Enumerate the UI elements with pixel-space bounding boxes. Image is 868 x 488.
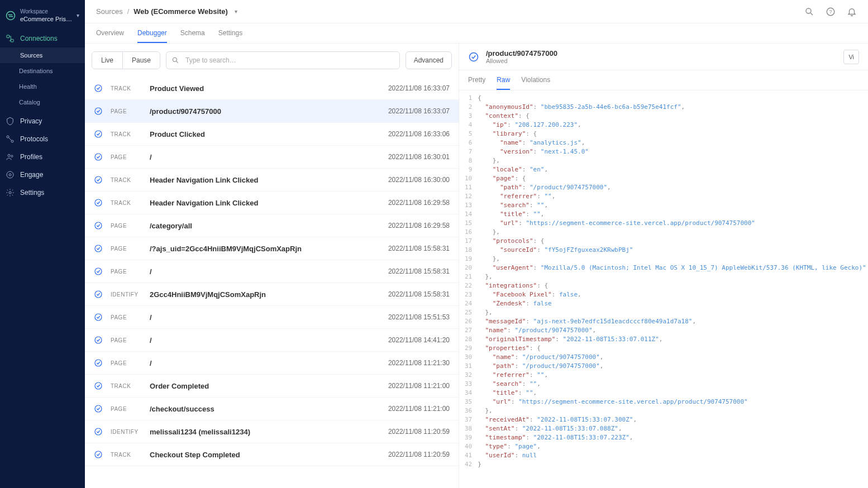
bell-icon[interactable]	[847, 7, 857, 17]
dtab-pretty[interactable]: Pretty	[468, 70, 485, 90]
sidebar-item-connections[interactable]: Connections	[0, 30, 85, 47]
sidebar-sub-sources[interactable]: Sources	[0, 47, 85, 63]
tab-debugger[interactable]: Debugger	[137, 23, 167, 43]
event-name: /	[150, 153, 380, 161]
event-name: melissali1234 (melissali1234)	[150, 428, 380, 436]
event-row[interactable]: PAGE/checkout/success2022/11/08 11:21:00	[85, 398, 459, 420]
svg-point-18	[95, 176, 102, 183]
event-type: PAGE	[111, 246, 142, 252]
sidebar-item-profiles[interactable]: Profiles	[0, 148, 85, 166]
event-row[interactable]: TRACKProduct Viewed2022/11/08 16:33:07	[85, 77, 459, 100]
event-row[interactable]: PAGE/2022/11/08 11:21:30	[85, 352, 459, 375]
event-row[interactable]: PAGE/?ajs_uid=2Gcc4HniiBM9VjMqjCSomXapRj…	[85, 237, 459, 260]
event-type: PAGE	[111, 314, 142, 320]
profiles-icon	[6, 152, 15, 161]
sidebar-sub-catalog[interactable]: Catalog	[0, 94, 85, 110]
event-type: PAGE	[111, 108, 142, 114]
search-input[interactable]	[166, 51, 400, 69]
event-row[interactable]: TRACKOrder Completed2022/11/08 11:21:00	[85, 375, 459, 398]
svg-text:?: ?	[829, 9, 832, 15]
dtab-raw[interactable]: Raw	[497, 70, 510, 90]
sidebar-item-engage[interactable]: Engage	[0, 166, 85, 184]
privacy-icon	[6, 117, 15, 126]
event-row[interactable]: PAGE/2022/11/08 15:58:31	[85, 260, 459, 283]
event-type: PAGE	[111, 406, 142, 412]
check-circle-icon	[94, 107, 103, 116]
event-type: IDENTIFY	[111, 429, 142, 435]
event-row[interactable]: PAGE/category/all2022/11/08 16:29:58	[85, 214, 459, 237]
event-type: PAGE	[111, 360, 142, 366]
event-row[interactable]: PAGE/2022/11/08 15:51:53	[85, 306, 459, 329]
event-time: 2022/11/08 15:58:31	[388, 290, 450, 298]
event-row[interactable]: IDENTIFYmelissali1234 (melissali1234)202…	[85, 420, 459, 443]
help-icon[interactable]: ?	[826, 7, 836, 17]
event-row[interactable]: TRACKHeader Navigation Link Clicked2022/…	[85, 192, 459, 214]
workspace-info: Workspace eCommerce Pristi…	[20, 8, 72, 23]
event-time: 2022/11/08 11:21:00	[388, 405, 450, 413]
event-row[interactable]: TRACKProduct Clicked2022/11/08 16:33:06	[85, 123, 459, 146]
event-type: TRACK	[111, 200, 142, 206]
gear-icon	[6, 188, 15, 197]
event-row[interactable]: TRACKHeader Navigation Link Clicked2022/…	[85, 169, 459, 192]
tab-schema[interactable]: Schema	[180, 23, 205, 43]
event-list[interactable]: TRACKProduct Viewed2022/11/08 16:33:07PA…	[85, 77, 459, 488]
workspace-switcher[interactable]: Workspace eCommerce Pristi… ▾	[0, 4, 85, 30]
svg-point-6	[11, 155, 13, 157]
check-circle-icon	[468, 51, 479, 63]
event-type: PAGE	[111, 337, 142, 343]
sidebar-item-label: Profiles	[20, 153, 42, 161]
event-time: 2022/11/08 16:29:58	[388, 199, 450, 207]
check-circle-icon	[94, 130, 103, 138]
view-button[interactable]: Vi	[843, 50, 859, 64]
event-time: 2022/11/08 11:20:59	[388, 451, 450, 458]
event-time: 2022/11/08 16:30:01	[388, 153, 450, 161]
sidebar-item-settings[interactable]: Settings	[0, 184, 85, 202]
workspace-name: eCommerce Pristi…	[20, 15, 72, 23]
event-type: TRACK	[111, 452, 142, 458]
sidebar: Workspace eCommerce Pristi… ▾ Connection…	[0, 0, 85, 488]
advanced-button[interactable]: Advanced	[406, 51, 452, 69]
main: Sources / Web (ECommerce Website) ▾ ? Ov…	[85, 0, 868, 488]
event-row[interactable]: IDENTIFY2Gcc4HniiBM9VjMqjCSomXapRjn2022/…	[85, 283, 459, 306]
chevron-down-icon[interactable]: ▾	[235, 8, 237, 15]
event-name: Checkout Step Completed	[150, 451, 380, 459]
event-name: /?ajs_uid=2Gcc4HniiBM9VjMqjCSomXapRjn	[150, 245, 380, 253]
check-circle-icon	[94, 427, 103, 436]
sidebar-item-label: Engage	[20, 171, 43, 179]
sidebar-item-privacy[interactable]: Privacy	[0, 112, 85, 130]
search-icon[interactable]	[804, 7, 814, 17]
event-type: PAGE	[111, 154, 142, 160]
event-name: /checkout/success	[150, 405, 380, 413]
check-circle-icon	[94, 198, 103, 207]
breadcrumb-current[interactable]: Web (ECommerce Website)	[133, 7, 228, 16]
sidebar-sub-destinations[interactable]: Destinations	[0, 63, 85, 79]
svg-point-30	[95, 451, 102, 458]
breadcrumb: Sources / Web (ECommerce Website) ▾	[96, 7, 237, 16]
event-row[interactable]: TRACKCheckout Step Completed2022/11/08 1…	[85, 443, 459, 466]
dtab-violations[interactable]: Violations	[521, 70, 550, 90]
event-row[interactable]: PAGE/product/90747570002022/11/08 16:33:…	[85, 100, 459, 123]
event-time: 2022/11/08 11:21:30	[388, 359, 450, 367]
event-name: Header Navigation Link Clicked	[150, 199, 380, 207]
line-gutter: 1234567891011121314151617181920212223242…	[459, 94, 478, 485]
pause-button[interactable]: Pause	[122, 52, 160, 69]
sidebar-item-label: Settings	[20, 189, 44, 197]
code-view[interactable]: 1234567891011121314151617181920212223242…	[459, 90, 868, 488]
tab-overview[interactable]: Overview	[96, 23, 124, 43]
sidebar-item-protocols[interactable]: Protocols	[0, 130, 85, 148]
svg-point-13	[173, 58, 177, 61]
detail-panel: /product/9074757000 Allowed Vi Pretty Ra…	[459, 44, 868, 488]
svg-point-17	[95, 154, 102, 160]
svg-point-20	[95, 222, 102, 229]
svg-point-28	[95, 405, 102, 412]
live-button[interactable]: Live	[92, 52, 122, 69]
event-row[interactable]: PAGE/2022/11/08 14:41:20	[85, 329, 459, 352]
check-circle-icon	[94, 450, 103, 459]
event-name: /	[150, 313, 380, 322]
event-row[interactable]: PAGE/2022/11/08 16:30:01	[85, 146, 459, 169]
event-type: TRACK	[111, 383, 142, 389]
event-time: 2022/11/08 16:29:58	[388, 222, 450, 229]
sidebar-sub-health[interactable]: Health	[0, 79, 85, 94]
tab-settings[interactable]: Settings	[218, 23, 242, 43]
breadcrumb-sources[interactable]: Sources	[96, 7, 123, 16]
